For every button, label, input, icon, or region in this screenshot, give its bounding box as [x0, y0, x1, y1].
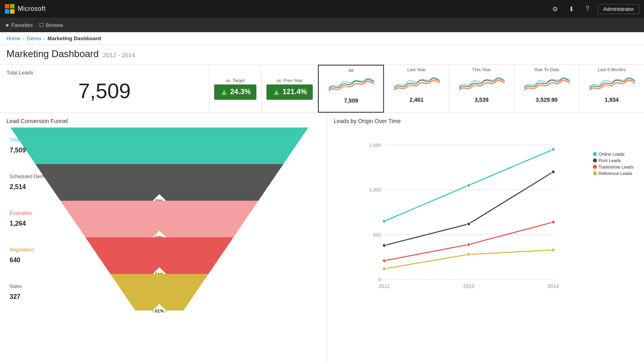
star-icon: ★	[5, 22, 10, 28]
series-dot-online-0	[382, 220, 386, 223]
favorites-label: Favorites	[11, 22, 33, 28]
breadcrumb-home[interactable]: Home	[6, 35, 21, 41]
vs-target-label: vs. Target	[226, 78, 245, 83]
tab-value-3: 3,529.90	[536, 97, 558, 103]
y-axis-label: 500	[373, 232, 381, 237]
legend-label-3: Reference Leads	[599, 171, 632, 176]
tab-value-2: 3,539	[475, 97, 489, 103]
tab-value-1: 2,461	[409, 97, 423, 103]
microsoft-text: Microsoft	[18, 5, 45, 12]
browse-icon: ☐	[39, 22, 44, 28]
series-dot-tradeshow-2	[551, 220, 555, 224]
download-button[interactable]: ⬇	[564, 2, 578, 16]
legend-item-2: Tradeshow Leads	[593, 165, 634, 169]
favorites-nav-item[interactable]: ★ Favorites	[5, 22, 33, 28]
series-dot-tradeshow-0	[382, 259, 386, 262]
mini-chart-4	[588, 73, 636, 95]
legend-item-0: Online Leads	[593, 152, 634, 156]
funnel-label-1: Scheduled Demos	[10, 174, 49, 179]
kpi-chart-tab-0[interactable]: All7,509	[318, 65, 384, 113]
microsoft-logo: Microsoft	[5, 4, 45, 14]
page-header: Marketing Dashboard 2012 - 2014	[0, 45, 644, 65]
top-nav-right: ⚙ ⬇ ? Administrator	[548, 2, 639, 16]
funnel-panel: Lead Conversion Funnel Total Leads7,509S…	[0, 113, 327, 362]
breadcrumb-current: Marketing Dashboard	[47, 35, 101, 41]
kpi-chart-tab-3[interactable]: Year To Date3,529.90	[514, 65, 580, 113]
page-title-text: Marketing Dashboard	[6, 48, 99, 60]
funnel-label-4: Sales	[10, 284, 22, 289]
ms-squares-icon	[5, 4, 14, 14]
series-dot-reference-2	[551, 248, 555, 251]
x-axis-label-1: 2013	[463, 284, 474, 289]
admin-button[interactable]: Administrator	[598, 4, 639, 14]
funnel-stage-0	[10, 128, 308, 164]
kpi-total-leads: Total Leads 7,509	[0, 65, 209, 113]
funnel-value-3: 640	[10, 257, 21, 263]
lower-panels: Lead Conversion Funnel Total Leads7,509S…	[0, 113, 644, 362]
y-axis-label: 0	[378, 277, 381, 282]
funnel-value-2: 1,264	[10, 220, 26, 227]
mini-chart-2	[457, 73, 506, 95]
legend-dot-0	[593, 152, 597, 156]
funnel-svg: Total Leads7,509Scheduled Demos2,51433%E…	[6, 128, 320, 313]
leads-panel-title: Leads by Origin Over Time	[334, 118, 638, 124]
tab-value-4: 1,934	[605, 97, 619, 103]
total-leads-value: 7,509	[6, 80, 202, 103]
legend-label-2: Tradeshow Leads	[599, 165, 634, 169]
kpi-chart-tab-1[interactable]: Last Year2,461	[384, 65, 449, 113]
vs-prev-year-badge: ▲ 121.4%	[266, 84, 313, 100]
tab-label-2: This Year	[472, 67, 491, 72]
funnel-value-4: 327	[10, 293, 21, 300]
series-dot-print-2	[551, 170, 555, 173]
funnel-value-1: 2,514	[10, 183, 26, 190]
funnel-panel-title: Lead Conversion Funnel	[6, 118, 320, 124]
sq-green	[10, 4, 14, 8]
kpi-chart-tab-2[interactable]: This Year3,539	[449, 65, 514, 113]
sq-red	[5, 4, 9, 8]
tab-label-4: Last 6 Months	[598, 67, 625, 72]
vs-prev-year-value: 121.4%	[283, 88, 307, 96]
funnel-chart: Total Leads7,509Scheduled Demos2,51433%E…	[6, 128, 320, 313]
funnel-pct-text-4: 61%	[155, 309, 164, 313]
leads-svg: 05001,0001,500201220132014	[334, 128, 638, 296]
help-button[interactable]: ?	[580, 2, 594, 16]
settings-button[interactable]: ⚙	[548, 2, 562, 16]
mini-chart-0	[327, 74, 375, 96]
mini-chart-1	[392, 73, 441, 95]
kpi-row: Total Leads 7,509 vs. Target ▲ 24.3% vs.…	[0, 65, 644, 113]
breadcrumb-sep1: ›	[23, 35, 25, 41]
total-leads-label: Total Leads	[6, 70, 202, 76]
series-line-print	[384, 172, 553, 245]
kpi-chart-tabs: All7,509Last Year2,461This Year3,539Year…	[318, 65, 644, 113]
tab-label-1: Last Year	[407, 67, 426, 72]
funnel-label-3: Negotiation	[10, 247, 34, 253]
kpi-chart-tab-4[interactable]: Last 6 Months1,934	[579, 65, 644, 113]
chart-legend: Online LeadsPrint LeadsTradeshow LeadsRe…	[593, 152, 634, 177]
vs-target-value: 24.3%	[230, 88, 251, 96]
mini-chart-3	[522, 73, 571, 95]
breadcrumb-demo[interactable]: Demo	[27, 35, 41, 41]
legend-label-0: Online Leads	[599, 152, 625, 156]
series-dot-online-2	[551, 148, 555, 151]
funnel-label-2: Evaluation	[10, 210, 32, 216]
legend-label-1: Print Leads	[599, 158, 621, 163]
vs-prev-year-label: vs. Prev Year	[277, 78, 303, 83]
kpi-vs-prev-year: vs. Prev Year ▲ 121.4%	[262, 65, 318, 113]
arrow-up-icon: ▲	[220, 87, 229, 97]
tab-label-3: Year To Date	[534, 67, 559, 72]
legend-dot-2	[593, 165, 597, 169]
browse-nav-item[interactable]: ☐ Browse	[39, 22, 63, 28]
kpi-vs-target: vs. Target ▲ 24.3%	[209, 65, 262, 113]
breadcrumb-sep2: ›	[43, 35, 45, 41]
tab-value-0: 7,509	[344, 97, 358, 104]
sq-blue	[5, 9, 9, 14]
vs-target-badge: ▲ 24.3%	[214, 84, 256, 100]
page-subtitle: 2012 - 2014	[103, 51, 135, 58]
y-axis-label: 1,000	[369, 187, 381, 192]
leads-chart-area: 05001,0001,500201220132014 Online LeadsP…	[334, 128, 638, 296]
series-dot-print-1	[467, 222, 470, 225]
legend-item-3: Reference Leads	[593, 171, 634, 176]
legend-item-1: Print Leads	[593, 158, 634, 163]
top-nav-left: Microsoft	[5, 4, 45, 14]
series-dot-online-1	[467, 184, 470, 187]
